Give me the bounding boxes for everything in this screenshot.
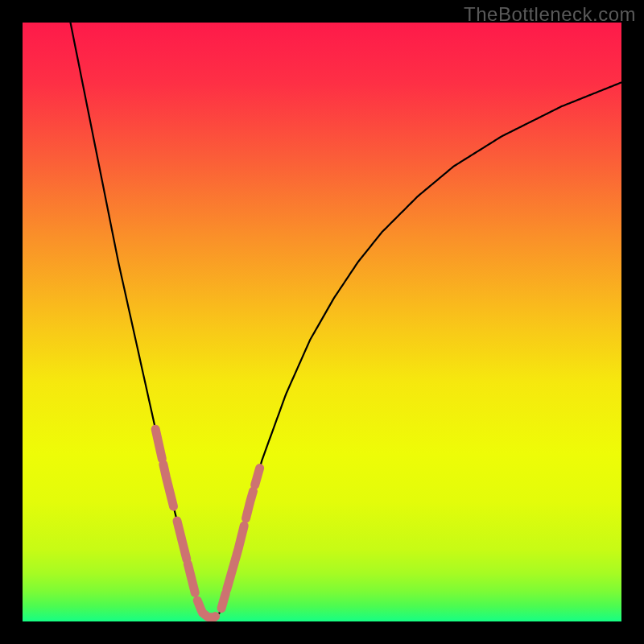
highlight-segment xyxy=(177,521,187,559)
plot-area xyxy=(23,23,621,621)
chart-root: TheBottleneck.com xyxy=(0,0,644,644)
highlight-segment xyxy=(197,601,215,617)
highlight-segment xyxy=(155,429,162,459)
highlight-segment xyxy=(221,593,225,608)
highlight-segment xyxy=(227,562,235,589)
highlight-segment xyxy=(163,464,174,506)
highlight-segment xyxy=(255,469,260,485)
bottleneck-curve xyxy=(71,23,621,617)
highlight-segment xyxy=(188,564,195,593)
highlight-segment xyxy=(235,526,244,560)
curve-layer xyxy=(23,23,621,621)
highlight-segment xyxy=(246,491,254,518)
watermark-text: TheBottleneck.com xyxy=(464,3,636,26)
highlight-markers xyxy=(155,429,259,617)
